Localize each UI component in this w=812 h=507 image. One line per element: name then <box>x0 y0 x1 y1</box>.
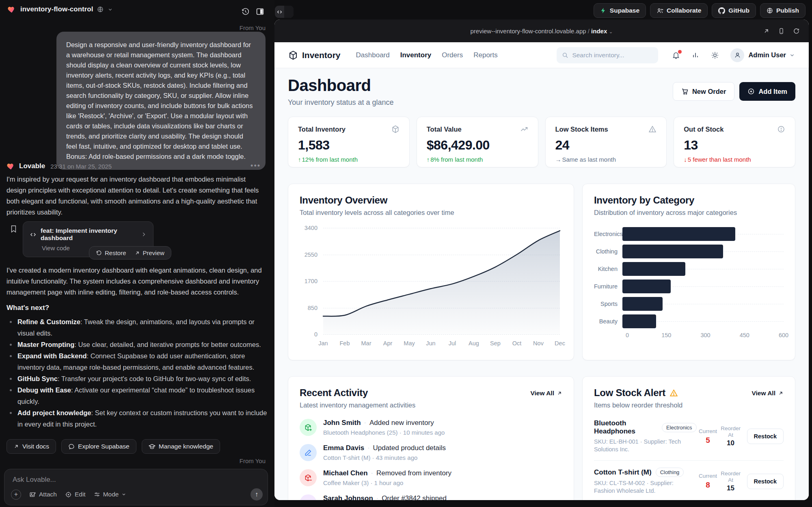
publish-button[interactable]: Publish <box>760 3 806 18</box>
x-axis-tick-label: Jan <box>318 340 328 347</box>
trending-up-icon <box>520 125 528 133</box>
x-axis-tick-label: Jul <box>449 340 456 347</box>
manage-knowledge-button[interactable]: Manage knowledge <box>142 439 220 454</box>
kpi-delta: ↑12% from last month <box>298 156 400 163</box>
gridline <box>323 334 560 335</box>
app-brand[interactable]: Inventory <box>288 50 341 60</box>
composer-input[interactable]: Ask Lovable... <box>13 476 56 484</box>
lovable-workspace: inventory-flow-control From You Design a… <box>0 0 812 507</box>
category-row: Sports <box>594 297 784 311</box>
project-chevron-down-icon[interactable] <box>108 7 113 12</box>
add-item-button[interactable]: Add Item <box>739 82 795 101</box>
x-axis-tick-label: 150 <box>661 332 671 338</box>
y-axis-tick-label: 2550 <box>304 251 317 258</box>
restore-button[interactable]: Restore <box>96 249 126 256</box>
bar-track <box>622 227 784 241</box>
card-title: Recent Activity <box>300 387 415 399</box>
nav-link-inventory[interactable]: Inventory <box>400 51 432 59</box>
visit-docs-button[interactable]: Visit docs <box>6 439 56 454</box>
kpi-value: 1,583 <box>298 138 400 153</box>
supabase-button[interactable]: Supabase <box>594 3 646 18</box>
project-header[interactable]: inventory-flow-control <box>7 5 113 14</box>
history-icon[interactable] <box>241 7 250 16</box>
mobile-view-icon[interactable] <box>778 28 785 35</box>
bar-track <box>622 280 784 293</box>
view-all-link[interactable]: View All <box>752 390 784 397</box>
from-you-label: From You <box>240 457 266 464</box>
preview-url[interactable]: preview--inventory-flow-control.lovable.… <box>274 28 809 35</box>
package-minus-icon <box>300 469 317 486</box>
activity-row[interactable]: Sarah Johnson·Order #3842 shipped Desk L… <box>300 494 562 500</box>
code-icon <box>30 232 37 238</box>
code-view-toggle[interactable] <box>275 6 294 18</box>
activity-row[interactable]: John Smith·Added new inventory Bluetooth… <box>300 419 562 436</box>
activity-row[interactable]: Emma Davis·Updated product details Cotto… <box>300 444 562 461</box>
kpi-card-out-of-stock: Out of Stock 13 ↓5 fewer than last month <box>674 117 795 167</box>
assistant-paragraph-2: I've created a modern inventory dashboar… <box>6 265 270 298</box>
activity-user: Emma Davis <box>323 444 364 452</box>
github-button[interactable]: GitHub <box>712 3 756 18</box>
view-all-link[interactable]: View All <box>530 390 562 397</box>
truck-icon <box>300 494 317 500</box>
notifications-bell-icon[interactable] <box>672 51 680 59</box>
new-order-button[interactable]: New Order <box>673 82 734 101</box>
collaborate-button[interactable]: Collaborate <box>650 3 708 18</box>
commit-message: feat: Implement inventory dashboard <box>41 227 137 242</box>
attach-button[interactable]: Attach <box>29 491 57 498</box>
user-menu[interactable]: Admin User <box>730 48 795 62</box>
add-attachment-icon[interactable]: + <box>11 490 21 500</box>
list-item: Refine & Customize: Tweak the design, an… <box>6 316 271 339</box>
nav-links: Dashboard Inventory Orders Reports <box>356 51 498 59</box>
search-input[interactable]: Search inventory... <box>557 47 658 63</box>
panel-toggle-icon[interactable] <box>256 7 264 16</box>
send-button[interactable]: ↑ <box>251 488 263 500</box>
globe-icon <box>97 6 104 13</box>
edit-button[interactable]: Edit <box>65 491 86 498</box>
category-label: Kitchen <box>594 266 622 272</box>
kpi-delta: ↑8% from last month <box>427 156 528 163</box>
bookmark-icon[interactable] <box>10 225 17 233</box>
nav-link-orders[interactable]: Orders <box>442 51 463 59</box>
x-axis: 0150300450600 <box>627 332 784 339</box>
activity-user: John Smith <box>323 419 361 427</box>
chat-composer[interactable]: Ask Lovable... + Attach Edit Mode ↑ <box>4 469 268 505</box>
analytics-icon[interactable] <box>691 51 700 59</box>
category-label: Sports <box>594 301 622 307</box>
chat-panel: inventory-flow-control From You Design a… <box>0 0 274 507</box>
nav-link-reports[interactable]: Reports <box>473 51 498 59</box>
restock-button[interactable]: Restock <box>747 474 784 489</box>
activity-action: Added new inventory <box>369 419 434 427</box>
dashboard-navbar: Inventory Dashboard Inventory Orders Rep… <box>274 42 809 68</box>
notification-dot <box>678 50 682 54</box>
open-in-new-tab-icon[interactable] <box>763 28 770 35</box>
bar-track <box>622 314 784 328</box>
target-icon <box>65 491 72 498</box>
sku-line: SKU: CL-TS-M-002 · Supplier: Fashion Who… <box>594 479 695 495</box>
restock-button[interactable]: Restock <box>747 429 784 444</box>
nav-link-dashboard[interactable]: Dashboard <box>356 51 390 59</box>
kpi-label: Total Value <box>427 126 462 133</box>
refresh-icon[interactable] <box>793 28 800 35</box>
graduation-cap-icon <box>149 443 155 450</box>
list-item: Master Prompting: Use clear, detailed, a… <box>6 339 271 350</box>
kpi-card-total-inventory: Total Inventory 1,583 ↑12% from last mon… <box>288 117 410 167</box>
kpi-card-low-stock: Low Stock Items 24 →Same as last month <box>545 117 667 167</box>
sliders-icon <box>94 491 100 498</box>
lovable-heart-logo <box>7 5 16 14</box>
kpi-label: Low Stock Items <box>555 126 608 133</box>
theme-toggle-sun-icon[interactable] <box>711 51 719 59</box>
category-label: Electronics <box>594 231 622 237</box>
activity-user: Sarah Johnson <box>323 494 373 500</box>
from-you-label: From You <box>240 24 266 31</box>
explore-supabase-button[interactable]: Explore Supabase <box>61 439 136 454</box>
y-axis-tick-label: 1700 <box>304 278 317 284</box>
category-bar <box>622 314 656 328</box>
activity-row[interactable]: Michael Chen·Removed from inventory Coff… <box>300 469 562 486</box>
list-item: GitHub Sync: Transfer your project's cod… <box>6 373 271 384</box>
message-menu-icon[interactable]: ••• <box>251 162 261 170</box>
activity-action: Order #3842 shipped <box>382 494 447 500</box>
low-stock-row: Bluetooth Headphones Electronics SKU: EL… <box>594 412 784 460</box>
x-axis-tick-label: Mar <box>361 340 371 347</box>
preview-button[interactable]: Preview <box>134 249 164 256</box>
mode-selector[interactable]: Mode <box>94 491 127 498</box>
